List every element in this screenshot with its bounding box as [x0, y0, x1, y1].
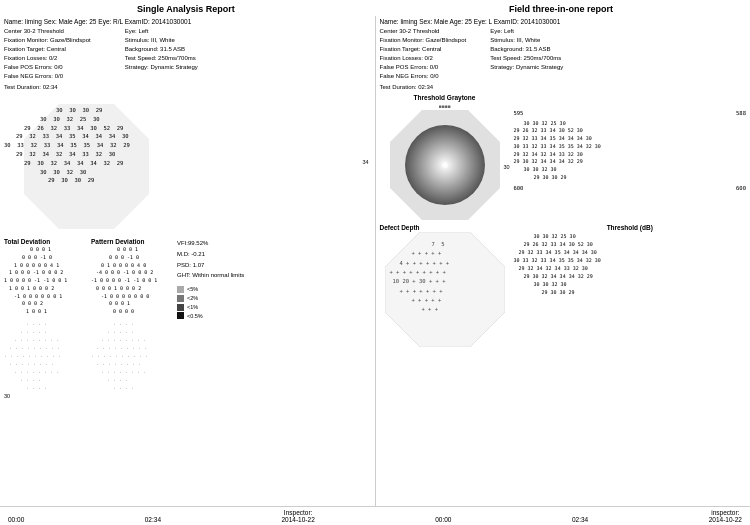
label-600b: 600 — [736, 184, 746, 193]
right-start-time: 00:00 — [435, 516, 451, 523]
right-fixation-target: Fixation Target: Central — [380, 45, 467, 54]
footer-left: 00:00 — [8, 516, 24, 523]
graytone-section: Threshold Graytone ■■■■ — [380, 94, 510, 220]
right-side-labels-bottom: 600 600 — [514, 184, 747, 193]
right-center: Center 30-2 Threshold — [380, 27, 467, 36]
right-background: Background: 31.5 ASB — [490, 45, 563, 54]
right-patient-info: Name: liming Sex: Male Age: 25 Eye: L Ex… — [380, 18, 747, 25]
ght: GHT: Within normal limits — [177, 270, 244, 281]
right-stimulus: Stimulus: III, White — [490, 36, 563, 45]
td-pattern-display: · · · · · · · · · · · · · · · · · · · · … — [4, 320, 89, 392]
svg-point-3 — [442, 162, 448, 168]
footer-left-center: 02:34 — [145, 516, 161, 523]
left-panel: Name: liming Sex: Male Age: 25 Eye: R/L … — [0, 16, 376, 506]
legend-5pct-icon — [177, 286, 184, 293]
td-title: Total Deviation — [4, 238, 89, 245]
pd-pattern-display: · · · · · · · · · · · · · · · · · · · · … — [91, 320, 171, 392]
left-fixation-target: Fixation Target: Central — [4, 45, 91, 54]
left-patient-info: Name: liming Sex: Male Age: 25 Eye: R/L … — [4, 18, 371, 25]
pattern-deviation-section: Pattern Deviation 0 0 0 1 0 0 0 -1 0 0 1… — [91, 238, 171, 399]
left-title: Single Analysis Report — [137, 4, 235, 14]
td-side-label: 30 — [4, 393, 89, 399]
left-center: Center 30-2 Threshold — [4, 27, 91, 36]
left-fixation-monitor: Fixation Monitor: Gaze/Blindspot — [4, 36, 91, 45]
right-fixation-monitor: Fixation Monitor: Gaze/Blindspot — [380, 36, 467, 45]
defect-octagon-wrap: 7 5 + + + + + 4 + + + + + + + + + + + + … — [385, 232, 505, 347]
threshold-db-title: Threshold (dB) — [514, 224, 747, 231]
left-background: Background: 31.5 ASB — [125, 45, 198, 54]
stats-box: VFI:99.52% M.D: -0.21 PSD: 1.07 GHT: Wit… — [177, 238, 244, 281]
graytone-side-label: 30 — [503, 164, 509, 170]
right-eye: Eye: Left — [490, 27, 563, 36]
graytone-octagon-wrap — [390, 110, 500, 220]
inspector-label-right: inspector: — [709, 509, 742, 516]
legend-box: <5% <2% <1% <0.5% — [177, 285, 244, 320]
footer-right-start: 00:00 — [435, 516, 451, 523]
legend-1pct-icon — [177, 304, 184, 311]
right-panel: Name: liming Sex: Male Age: 25 Eye: L Ex… — [376, 16, 751, 506]
legend-5pct: <5% — [177, 285, 244, 294]
graytone-range-label: ■■■■ — [380, 103, 510, 109]
md: M.D: -0.21 — [177, 249, 244, 260]
vfi: VFI:99.52% — [177, 238, 244, 249]
left-strategy: Strategy: Dynamic Strategy — [125, 63, 198, 72]
legend-05pct-label: <0.5% — [187, 312, 203, 321]
left-bottom-section: Total Deviation 0 0 0 1 0 0 0 -1 0 1 0 0… — [4, 238, 371, 399]
stats-legend-section: VFI:99.52% M.D: -0.21 PSD: 1.07 GHT: Wit… — [177, 238, 244, 399]
td-numbers: 0 0 0 1 0 0 0 -1 0 1 0 0 0 0 0 4 1 1 0 0… — [4, 246, 89, 316]
right-eye-info: Eye: Left Stimulus: III, White Backgroun… — [490, 27, 563, 92]
left-eye: Eye: Left — [125, 27, 198, 36]
left-start-time: 00:00 — [8, 516, 24, 523]
right-strategy: Strategy: Dynamic Strategy — [490, 63, 563, 72]
page: Single Analysis Report Field three-in-on… — [0, 0, 750, 525]
right-threshold-numbers: 595 588 30 30 32 25 30 29 26 32 33 34 30… — [514, 94, 747, 220]
footer: 00:00 02:34 Inspector: 2014-10-22 00:00 … — [0, 506, 750, 525]
left-test-duration: Test Duration: 02:34 — [4, 83, 91, 92]
inspector-date-right: 2014-10-22 — [709, 516, 742, 523]
left-end-time: 02:34 — [145, 516, 161, 523]
left-side-number: 34 — [362, 159, 368, 165]
right-test-speed: Test Speed: 250ms/700ms — [490, 54, 563, 63]
legend-05pct: <0.5% — [177, 312, 244, 321]
left-threshold-area: 30 30 30 29 30 30 32 25 30 29 26 32 33 3… — [4, 94, 371, 234]
defect-depth-section: Defect Depth 7 5 + + + + + 4 + + + + + +… — [380, 224, 510, 347]
left-test-params: Center 30-2 Threshold Fixation Monitor: … — [4, 27, 91, 92]
pd-numbers: 0 0 0 1 0 0 0 -1 0 0 1 0 0 0 0 4 0 -4 0 … — [91, 246, 171, 316]
label-595: 595 — [514, 109, 524, 118]
legend-1pct-label: <1% — [187, 303, 198, 312]
right-upper-area: Threshold Graytone ■■■■ — [380, 94, 747, 220]
label-600: 600 — [514, 184, 524, 193]
defect-title: Defect Depth — [380, 224, 510, 231]
inspector-date-left: 2014-10-22 — [282, 516, 315, 523]
right-test-duration: Test Duration: 02:34 — [380, 83, 467, 92]
main-content: Name: liming Sex: Male Age: 25 Eye: R/L … — [0, 16, 750, 506]
right-title: Field three-in-one report — [509, 4, 613, 14]
right-lower-area: Defect Depth 7 5 + + + + + 4 + + + + + +… — [380, 224, 747, 347]
legend-2pct-label: <2% — [187, 294, 198, 303]
left-false-neg: False NEG Errors: 0/0 — [4, 72, 91, 81]
legend-05pct-icon — [177, 312, 184, 319]
left-stimulus: Stimulus: III, White — [125, 36, 198, 45]
pd-title: Pattern Deviation — [91, 238, 171, 245]
left-eye-info: Eye: Left Stimulus: III, White Backgroun… — [125, 27, 198, 92]
left-false-pos: False POS Errors: 0/0 — [4, 63, 91, 72]
threshold-db-numbers: 30 30 32 25 30 29 26 32 33 34 30 52 30 2… — [514, 232, 747, 296]
footer-right-end: 02:34 — [572, 516, 588, 523]
right-fixation-losses: Fixation Losses: 0/2 — [380, 54, 467, 63]
defect-numbers: 7 5 + + + + + 4 + + + + + + + + + + + + … — [390, 240, 450, 315]
right-false-neg: False NEG Errors: 0/0 — [380, 72, 467, 81]
left-test-speed: Test Speed: 250ms/700ms — [125, 54, 198, 63]
inspector-label-left: Inspector: — [282, 509, 315, 516]
footer-inspector-left: Inspector: 2014-10-22 — [282, 509, 315, 523]
graytone-title: Threshold Graytone — [380, 94, 510, 101]
psd: PSD: 1.07 — [177, 260, 244, 271]
legend-2pct-icon — [177, 295, 184, 302]
right-side-labels-top: 595 588 — [514, 109, 747, 118]
titles-bar: Single Analysis Report Field three-in-on… — [0, 0, 750, 16]
legend-1pct: <1% — [177, 303, 244, 312]
total-deviation-section: Total Deviation 0 0 0 1 0 0 0 -1 0 1 0 0… — [4, 238, 89, 399]
right-test-params: Center 30-2 Threshold Fixation Monitor: … — [380, 27, 467, 92]
legend-2pct: <2% — [177, 294, 244, 303]
left-fixation-losses: Fixation Losses: 0/2 — [4, 54, 91, 63]
threshold-db-section: Threshold (dB) 30 30 32 25 30 29 26 32 3… — [514, 224, 747, 347]
